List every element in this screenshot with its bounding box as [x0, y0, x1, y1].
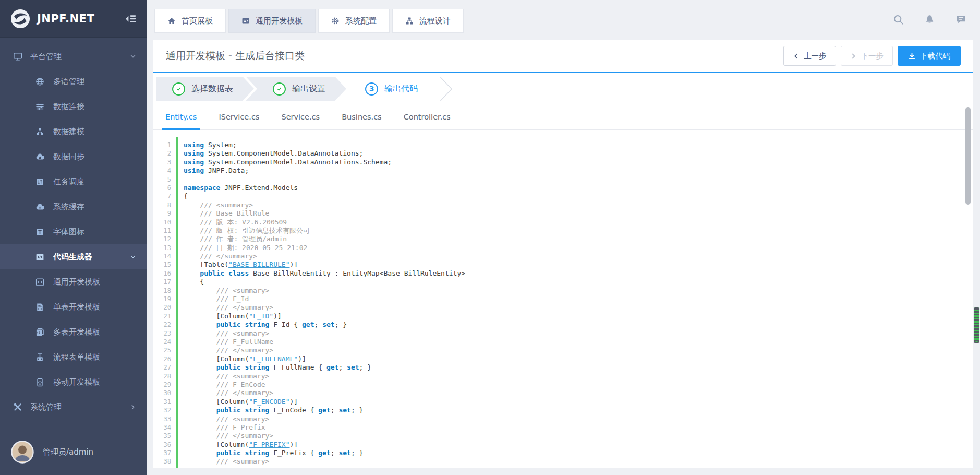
next-step-button[interactable]: 下一步: [841, 46, 893, 66]
step-done-check-icon: [273, 82, 286, 96]
code-line: 11 /// 版 权: 引迈信息技术有限公司: [153, 227, 973, 235]
sidebar-item[interactable]: 数据建模: [0, 119, 147, 144]
download-code-label: 下载代码: [920, 51, 950, 61]
sidebar-item-label: 数据连接: [53, 102, 84, 112]
code-line: 27 public string F_FullName { get; set; …: [153, 363, 973, 372]
bell-icon[interactable]: [924, 14, 935, 25]
docs-code-icon: [35, 328, 44, 337]
code-line: 22 public string F_Id { get; set; }: [153, 320, 973, 329]
code-text: public string F_Id { get; set; }: [184, 320, 347, 329]
code-line: 4using JNPF.Data;: [153, 167, 973, 175]
sidebar-item[interactable]: 单表开发模板: [0, 294, 147, 319]
code-text: /// </summary>: [184, 252, 257, 260]
code-text: /// 版 本: V2.6.200509: [184, 218, 287, 227]
line-number: 29: [153, 381, 171, 389]
page-scrollbar-thumb[interactable]: [974, 307, 979, 343]
sidebar-item[interactable]: 代码生成器: [0, 244, 147, 269]
code-text: /// F_Id: [184, 295, 249, 303]
sliders-icon: [35, 102, 44, 111]
code-text: /// Base_BillRule: [184, 209, 269, 218]
step-buttons: 上一步 下一步 下载代码: [783, 46, 961, 66]
line-number: 20: [153, 303, 171, 312]
sidebar-item-label: 数据建模: [53, 127, 84, 137]
sidebar-item[interactable]: 任务调度: [0, 169, 147, 194]
sidebar-item[interactable]: 平台管理: [0, 44, 147, 69]
line-number: 15: [153, 260, 171, 269]
code-line: 1using System;: [153, 141, 973, 149]
code-line: 7{: [153, 192, 973, 200]
line-number: 13: [153, 244, 171, 252]
sidebar-item-label: 多表开发模板: [53, 327, 100, 337]
doc-code-icon: [35, 303, 44, 312]
line-number: 19: [153, 295, 171, 303]
line-number: 31: [153, 398, 171, 406]
nav-tab[interactable]: 通用开发模板: [228, 9, 316, 33]
code-line: 8 /// <summary>: [153, 201, 973, 209]
nav-tab[interactable]: 系统配置: [318, 9, 390, 33]
search-icon[interactable]: [893, 14, 904, 25]
code-file-tab[interactable]: Service.cs: [270, 104, 331, 129]
sidebar-item[interactable]: 流程表单模板: [0, 345, 147, 370]
code-text: /// <summary>: [184, 372, 269, 381]
line-number: 23: [153, 329, 171, 338]
tools-icon: [13, 402, 22, 412]
globe-icon: [35, 77, 44, 86]
check-icon: [276, 86, 283, 92]
code-file-tab[interactable]: Busines.cs: [331, 104, 393, 129]
message-icon[interactable]: [955, 14, 966, 25]
user-panel[interactable]: 管理员/admin: [0, 429, 147, 475]
code-text: /// F_Prefix: [184, 423, 265, 432]
sidebar-item[interactable]: 移动开发模板: [0, 370, 147, 395]
line-number: 36: [153, 441, 171, 449]
code-line: 29 /// F_EnCode: [153, 381, 973, 389]
step-arrow-outline: [440, 77, 453, 101]
flow-form-icon: [35, 353, 44, 362]
prev-step-button[interactable]: 上一步: [783, 46, 836, 66]
code-line: 32 public string F_EnCode { get; set; }: [153, 406, 973, 414]
code-text: /// 作 者: 管理员/admin: [184, 235, 287, 243]
download-icon: [908, 52, 916, 60]
code-text: [Column("F_ID")]: [184, 312, 282, 320]
page-title: 通用开发模板 - 生成后台接口类: [166, 49, 783, 63]
content-scrollbar-thumb[interactable]: [965, 107, 971, 205]
sidebar: JNPF.NET 平台管理多语管理数据连接数据建模数据同步任务调度系统缓存字体图…: [0, 0, 147, 475]
sidebar-item[interactable]: 字体图标: [0, 219, 147, 244]
wizard-step[interactable]: 输出设置: [246, 77, 346, 101]
code-file-tab[interactable]: IService.cs: [208, 104, 270, 129]
code-text: /// F_EnCode: [184, 381, 265, 389]
user-name: 管理员/admin: [43, 447, 93, 457]
sidebar-item[interactable]: 多表开发模板: [0, 319, 147, 345]
sidebar-item-label: 平台管理: [30, 52, 62, 62]
wizard-steps: 选择数据表输出设置3输出代码: [153, 73, 973, 104]
sidebar-item[interactable]: 数据连接: [0, 94, 147, 119]
code-line: 19 /// F_Id: [153, 295, 973, 303]
wizard-step[interactable]: 选择数据表: [156, 77, 254, 101]
code-text: /// <summary>: [184, 457, 269, 466]
nav-tab[interactable]: 流程设计: [392, 9, 464, 33]
code-line: 20 /// </summary>: [153, 303, 973, 312]
sidebar-item[interactable]: 多语管理: [0, 69, 147, 94]
sidebar-item[interactable]: 数据同步: [0, 144, 147, 169]
sidebar-item-label: 系统管理: [30, 402, 62, 412]
sidebar-item[interactable]: 系统缓存: [0, 194, 147, 219]
code-text: public string F_EnCode { get; set; }: [184, 406, 363, 414]
code-text: /// <summary>: [184, 329, 269, 338]
prev-step-label: 上一步: [804, 51, 827, 61]
sidebar-item[interactable]: 通用开发模板: [0, 269, 147, 294]
line-number: 12: [153, 235, 171, 243]
code-file-tab[interactable]: Entity.cs: [154, 104, 208, 129]
sidebar-item-label: 系统缓存: [53, 202, 84, 212]
logo-bar: JNPF.NET: [0, 0, 147, 38]
code-text: /// </summary>: [184, 303, 273, 312]
code-text: /// <summary>: [184, 287, 269, 295]
content-card: 通用开发模板 - 生成后台接口类 上一步 下一步 下载代码: [153, 40, 973, 468]
collapse-sidebar-button[interactable]: [124, 13, 137, 25]
download-code-button[interactable]: 下载代码: [898, 46, 961, 66]
code-text: [Column("F_PREFIX")]: [184, 441, 298, 449]
wizard-step[interactable]: 3输出代码: [338, 77, 439, 101]
code-line: 21 [Column("F_ID")]: [153, 312, 973, 320]
nav-tab[interactable]: 首页展板: [154, 9, 226, 33]
sidebar-item[interactable]: 系统管理: [0, 395, 147, 420]
line-number: 33: [153, 415, 171, 423]
code-file-tab[interactable]: Controller.cs: [393, 104, 462, 129]
